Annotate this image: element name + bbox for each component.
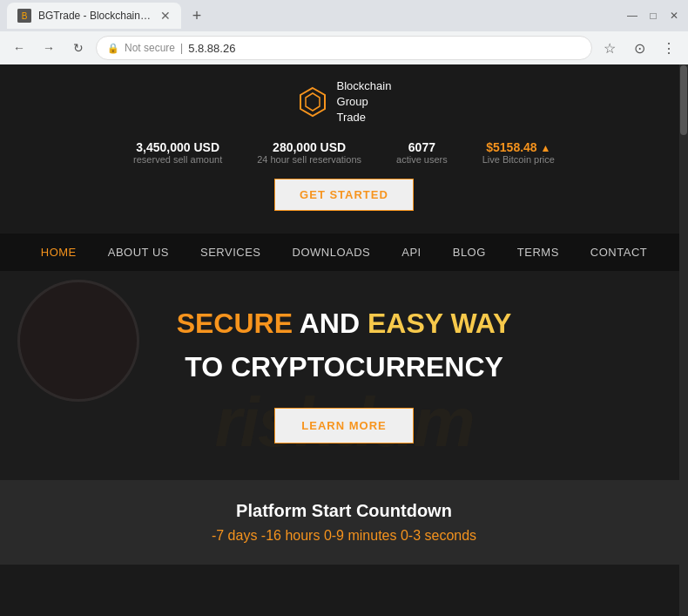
nav-item-api[interactable]: API [386,234,436,271]
security-label: Not secure [125,42,175,54]
hero-section: riskdum SECURE AND EASY WAY TO CRYPTOCUR… [0,271,688,480]
stat-users-value: 6077 [396,140,448,154]
learn-more-button[interactable]: LEARN MORE [274,408,413,443]
nav-item-home[interactable]: HOME [25,234,92,271]
title-bar: B BGTrade - Blockchain Group Tra... ✕ + … [0,0,688,31]
hero-and-text: AND [293,308,368,339]
nav-item-about[interactable]: ABOUT US [92,234,185,271]
svg-text:B: B [22,11,28,21]
browser-tab[interactable]: B BGTrade - Blockchain Group Tra... ✕ [7,3,181,29]
site-navigation: HOME ABOUT US SERVICES DOWNLOADS API BLO… [0,234,688,271]
lock-icon: 🔒 [107,43,119,54]
profile-button[interactable]: ⊙ [627,36,651,60]
hero-subtitle: TO CRYPTOCURRENCY [177,350,512,383]
countdown-timer: -7 days -16 hours 0-9 minutes 0-3 second… [21,528,667,544]
countdown-title: Platform Start Countdown [21,501,667,521]
scrollbar-thumb[interactable] [680,65,687,135]
forward-button[interactable]: → [37,36,61,60]
svg-marker-3 [306,93,320,111]
stat-24h-label: 24 hour sell reservations [257,154,361,165]
stat-btc-value: $5158.48 ▲ [482,140,555,154]
svg-marker-2 [300,88,325,116]
logo-text: Blockchain Group Trade [337,78,392,126]
logo-line1: Blockchain [337,78,392,94]
browser-window: B BGTrade - Blockchain Group Tra... ✕ + … [0,0,688,64]
back-button[interactable]: ← [7,36,31,60]
hero-title: SECURE AND EASY WAY [177,307,512,340]
url-text: 5.8.88.26 [188,42,235,55]
new-tab-button[interactable]: + [185,3,209,28]
hero-easy-text: EASY WAY [368,308,511,339]
stat-users-label: active users [396,154,448,165]
window-controls: — □ ✕ [625,9,681,23]
close-button[interactable]: ✕ [667,9,681,23]
scrollbar[interactable] [679,64,688,616]
hero-content: SECURE AND EASY WAY TO CRYPTOCURRENCY LE… [159,272,529,479]
logo-line3: Trade [337,110,392,125]
stat-active-users: 6077 active users [396,140,448,165]
stat-bitcoin-price: $5158.48 ▲ Live Bitcoin price [482,140,555,165]
maximize-button[interactable]: □ [646,9,660,23]
menu-button[interactable]: ⋮ [657,36,681,60]
stats-bar: 3,450,000 USD reserved sell amount 280,0… [0,140,688,165]
bitcoin-up-icon: ▲ [541,142,551,154]
logo-icon [297,86,328,118]
site-header: Blockchain Group Trade 3,450,000 USD res… [0,64,688,225]
minimize-button[interactable]: — [625,9,639,23]
countdown-section: Platform Start Countdown -7 days -16 hou… [0,480,688,565]
nav-item-terms[interactable]: TERMS [502,234,575,271]
tab-close-btn[interactable]: ✕ [160,10,171,22]
logo-line2: Group [337,94,392,110]
nav-item-blog[interactable]: BLOG [437,234,502,271]
hero-secure-text: SECURE [177,308,293,339]
get-started-button[interactable]: GET STARTED [274,179,414,211]
tab-favicon: B [17,9,31,23]
nav-item-services[interactable]: SERVICES [185,234,277,271]
stat-24h-value: 280,000 USD [257,140,361,154]
stat-sell-amount: 3,450,000 USD reserved sell amount [133,140,222,165]
website-content: Blockchain Group Trade 3,450,000 USD res… [0,64,688,616]
stat-24h-sell: 280,000 USD 24 hour sell reservations [257,140,361,165]
logo-area: Blockchain Group Trade [0,78,688,126]
bookmark-button[interactable]: ☆ [597,36,622,60]
stat-sell-amount-value: 3,450,000 USD [133,140,222,154]
stat-sell-amount-label: reserved sell amount [133,154,222,165]
tab-title: BGTrade - Blockchain Group Tra... [38,10,153,22]
reload-button[interactable]: ↻ [66,36,91,60]
stat-btc-label: Live Bitcoin price [482,154,555,165]
address-bar: ← → ↻ 🔒 Not secure | 5.8.88.26 ☆ ⊙ ⋮ [0,31,688,64]
address-input-field[interactable]: 🔒 Not secure | 5.8.88.26 [96,36,592,60]
nav-item-downloads[interactable]: DOWNLOADS [277,234,387,271]
nav-item-contact[interactable]: CONTACT [575,234,663,271]
